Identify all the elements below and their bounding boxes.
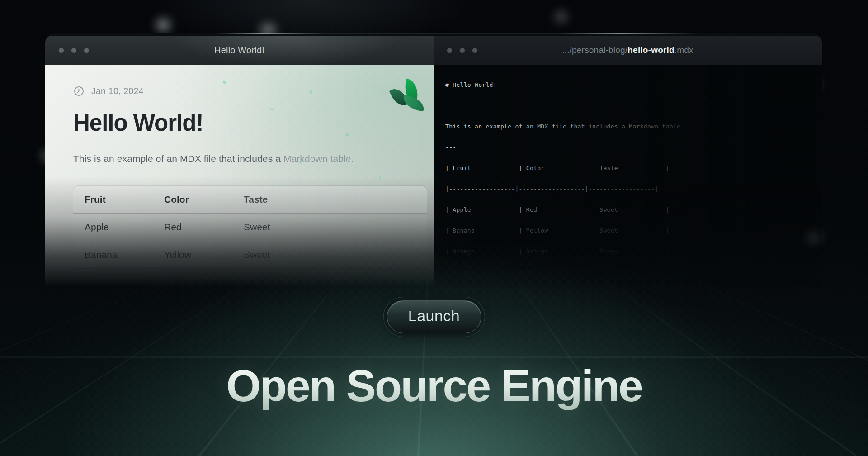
code-line: | Banana | Yellow | Sweet |: [445, 220, 822, 241]
table-header-cell: Taste: [232, 186, 427, 213]
table-row: Banana Yellow Sweet: [73, 241, 427, 269]
editor-pane: .../personal-blog/hello-world.mdx # Hell…: [434, 36, 822, 290]
preview-pane: Hello World!: [45, 36, 434, 290]
editor-window-title: .../personal-blog/hello-world.mdx: [434, 45, 822, 55]
code-line: # Hello World!: [445, 75, 822, 95]
window-dot-icon: [71, 48, 76, 53]
preview-titlebar: Hello World!: [45, 36, 434, 65]
flare-glow: [555, 12, 567, 22]
preview-window-title: Hello World!: [45, 45, 434, 56]
preview-body: Jan 10, 2024 Hello World! This is an exa…: [45, 65, 434, 290]
table-row: Apple Red Sweet: [73, 214, 427, 241]
table-cell: Sweet: [232, 214, 427, 241]
editor-titlebar: .../personal-blog/hello-world.mdx: [434, 36, 822, 65]
leaf-speck: [378, 175, 382, 179]
code-line: |------------------|------------------|-…: [445, 179, 822, 200]
post-date: Jan 10, 2024: [91, 86, 144, 96]
window-dot-icon: [460, 48, 465, 53]
launch-button[interactable]: Launch: [387, 300, 481, 333]
table-header-cell: Color: [153, 186, 232, 213]
table-header-cell: Fruit: [73, 186, 153, 213]
hero-headline: Open Source Engine: [0, 360, 868, 412]
leaf-speck: [222, 80, 227, 84]
code-line: ---: [445, 137, 822, 158]
path-filename: hello-world: [627, 45, 675, 55]
code-line: | Blueberry | Blue | |: [445, 262, 822, 283]
leaf-shape: [402, 95, 425, 111]
post-paragraph: This is an example of an MDX file that i…: [73, 153, 434, 164]
window-dot-icon: [84, 48, 89, 53]
table-cell: Yellow: [153, 241, 232, 268]
code-line: ---: [445, 95, 822, 116]
path-prefix: .../personal-blog/: [562, 45, 627, 55]
post-meta: Jan 10, 2024: [73, 86, 434, 97]
window-dot-icon: [59, 48, 64, 53]
table-header-row: Fruit Color Taste: [73, 186, 427, 214]
path-extension: .mdx: [675, 45, 693, 55]
post-heading: Hello World!: [73, 109, 434, 136]
code-line: | Apple | Red | Sweet |: [445, 200, 822, 220]
window-dot-icon: [472, 48, 477, 53]
fruit-table: Fruit Color Taste Apple Red Sweet Banana…: [73, 186, 427, 269]
code-line: | Fruit | Color | Taste |: [445, 158, 822, 179]
hero-stage: Hello World!: [0, 0, 868, 456]
table-cell: Red: [153, 214, 232, 241]
window-dots: [59, 48, 89, 53]
editor-body: # Hello World! --- This is an example of…: [434, 65, 822, 290]
launch-button-ring: Launch: [383, 297, 485, 337]
table-cell: Banana: [73, 241, 153, 268]
table-cell: Apple: [73, 214, 153, 241]
table-cell: Sweet: [232, 241, 427, 268]
leaf-logo-icon: [392, 80, 425, 114]
window-dots: [447, 48, 477, 53]
window-dot-icon: [447, 48, 452, 53]
clock-icon: [73, 86, 85, 97]
paragraph-main: This is an example of an MDX file that i…: [73, 153, 283, 164]
code-line: | Orange | Orange | Tangy |: [445, 241, 822, 262]
code-line: This is an example of an MDX file that i…: [445, 116, 822, 137]
app-window: Hello World!: [45, 33, 822, 290]
paragraph-tail: Markdown table.: [283, 153, 354, 164]
flare-glow: [156, 19, 170, 31]
